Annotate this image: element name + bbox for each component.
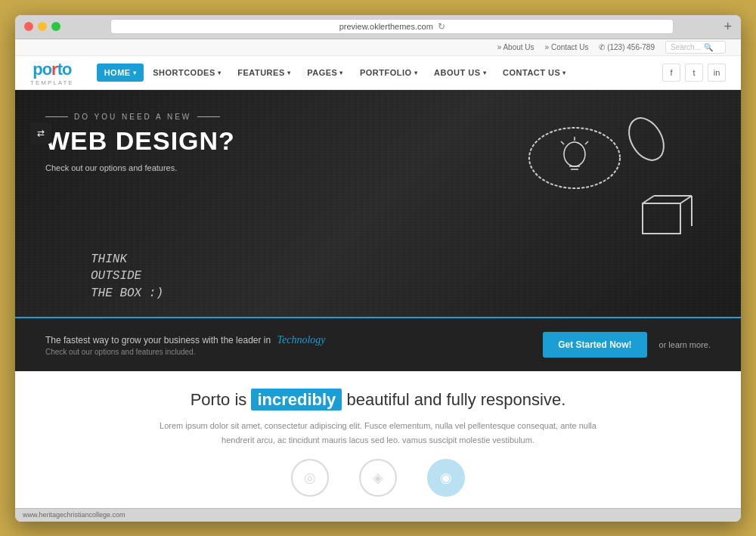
features-section: Porto is incredibly beautiful and fully … — [15, 371, 741, 507]
refresh-icon[interactable]: ↻ — [438, 21, 445, 32]
svg-point-4 — [564, 142, 585, 166]
nav-label-home: HOME — [104, 68, 131, 77]
maximize-button[interactable] — [51, 22, 60, 31]
nav-item-pages[interactable]: PAGES ▾ — [299, 64, 351, 82]
svg-line-13 — [680, 196, 692, 203]
hero-title: WEB DESIGN? — [45, 127, 348, 155]
about-us-link[interactable]: » About Us — [497, 43, 534, 51]
nav-arrow-features: ▾ — [287, 70, 291, 76]
facebook-icon[interactable]: f — [662, 64, 680, 82]
svg-line-9 — [585, 141, 588, 144]
nav-arrow-about: ▾ — [483, 70, 487, 76]
search-icon: 🔍 — [704, 43, 713, 51]
url-text: preview.oklerthemes.com — [339, 22, 433, 31]
status-url: www.heritagechristiancollege.com — [23, 511, 125, 519]
main-navigation: porto template HOME ▾ SHORTCODES ▾ — [15, 56, 741, 90]
tagline-line-right — [197, 116, 220, 117]
share-widget[interactable]: ⇄ — [30, 122, 51, 144]
close-button[interactable] — [24, 22, 33, 31]
cta-main-text: The fastest way to grow your business wi… — [45, 334, 531, 346]
nav-arrow-pages: ▾ — [339, 70, 343, 76]
outside-text: OUTSIDE — [91, 268, 163, 284]
hero-section: DO YOU NEED A NEW WEB DESIGN? Check out … — [15, 90, 741, 317]
chalk-art — [499, 105, 696, 256]
get-started-button[interactable]: Get Started Now! — [543, 332, 646, 358]
nav-label-contact: CONTACT US — [503, 68, 560, 77]
hero-tagline: DO YOU NEED A NEW — [45, 113, 348, 121]
phone-number: ✆ (123) 456-789 — [599, 43, 655, 51]
headline-after: beautiful and fully responsive. — [346, 390, 565, 409]
svg-line-8 — [561, 141, 564, 144]
nav-label-shortcodes: SHORTCODES — [153, 68, 215, 77]
section-headline: Porto is incredibly beautiful and fully … — [45, 390, 711, 410]
logo-subtitle: template — [30, 79, 74, 86]
linkedin-icon[interactable]: in — [708, 64, 726, 82]
new-tab-button[interactable]: + — [723, 19, 732, 35]
nav-label-pages: PAGES — [307, 68, 337, 77]
headline-highlight: incredibly — [251, 389, 342, 411]
nav-item-portfolio[interactable]: PORTFOLIO ▾ — [352, 64, 425, 82]
nav-item-shortcodes[interactable]: SHORTCODES ▾ — [145, 64, 228, 82]
cta-emphasis: Technology — [277, 334, 326, 345]
feature-icon-1: ◎ — [291, 459, 329, 497]
search-input-placeholder: Search... — [671, 43, 701, 51]
nav-label-portfolio: PORTFOLIO — [360, 68, 412, 77]
nav-links: HOME ▾ SHORTCODES ▾ FEATURES ▾ PAGES — [97, 64, 662, 82]
website-content: » About Us » Contact Us ✆ (123) 456-789 … — [15, 39, 741, 508]
nav-arrow-contact: ▾ — [562, 70, 566, 76]
tagline-text: DO YOU NEED A NEW — [74, 113, 191, 121]
hero-subtitle: Check out our options and features. — [45, 163, 348, 172]
nav-item-about[interactable]: ABOUT US ▾ — [426, 64, 494, 82]
utility-bar: » About Us » Contact Us ✆ (123) 456-789 … — [15, 39, 741, 57]
feature-icon-2: ◈ — [359, 459, 397, 497]
cta-bar: The fastest way to grow your business wi… — [15, 317, 741, 371]
contact-us-link[interactable]: » Contact Us — [545, 43, 589, 51]
share-icon: ⇄ — [37, 128, 45, 138]
browser-titlebar: preview.oklerthemes.com ↻ + — [15, 15, 741, 39]
nav-arrow-home: ▾ — [133, 70, 137, 76]
cta-text-before: The fastest way to grow your business wi… — [45, 335, 271, 345]
learn-more-link[interactable]: or learn more. — [659, 340, 711, 349]
twitter-icon[interactable]: t — [685, 64, 703, 82]
nav-item-contact[interactable]: CONTACT US ▾ — [495, 64, 574, 82]
nav-arrow-portfolio: ▾ — [414, 70, 418, 76]
think-text: THINK — [91, 251, 163, 268]
feature-icons: ◎ ◈ ◉ — [45, 459, 711, 497]
nav-arrow-shortcodes: ▾ — [218, 70, 222, 76]
nav-label-about: ABOUT US — [434, 68, 480, 77]
section-body-text: Lorem ipsum dolor sit amet, consectetur … — [151, 419, 605, 447]
status-bar: www.heritagechristiancollege.com — [15, 508, 741, 522]
hero-content: DO YOU NEED A NEW WEB DESIGN? Check out … — [15, 90, 378, 209]
browser-body: ⇄ » About Us » Contact Us ✆ (123) 456-78… — [15, 39, 741, 522]
svg-point-10 — [622, 112, 671, 166]
feature-icon-3: ◉ — [427, 459, 465, 497]
minimize-button[interactable] — [38, 22, 47, 31]
logo-text: porto — [33, 60, 71, 79]
nav-label-features: FEATURES — [237, 68, 284, 77]
social-links: f t in — [662, 64, 726, 82]
svg-line-12 — [643, 196, 654, 203]
headline-before: Porto is — [191, 390, 247, 409]
address-bar[interactable]: preview.oklerthemes.com ↻ — [110, 19, 674, 34]
cta-text-block: The fastest way to grow your business wi… — [45, 334, 531, 356]
nav-item-features[interactable]: FEATURES ▾ — [230, 64, 298, 82]
cta-sub-text: Check out our options and features inclu… — [45, 348, 531, 356]
svg-rect-11 — [643, 203, 680, 234]
think-outside-text: THINK OUTSIDE THE BOX :) — [91, 251, 163, 302]
tagline-line-left — [45, 116, 68, 117]
search-box[interactable]: Search... 🔍 — [665, 41, 726, 54]
logo[interactable]: porto template — [30, 60, 74, 86]
thebox-text: THE BOX :) — [91, 285, 163, 302]
nav-item-home[interactable]: HOME ▾ — [97, 64, 144, 82]
